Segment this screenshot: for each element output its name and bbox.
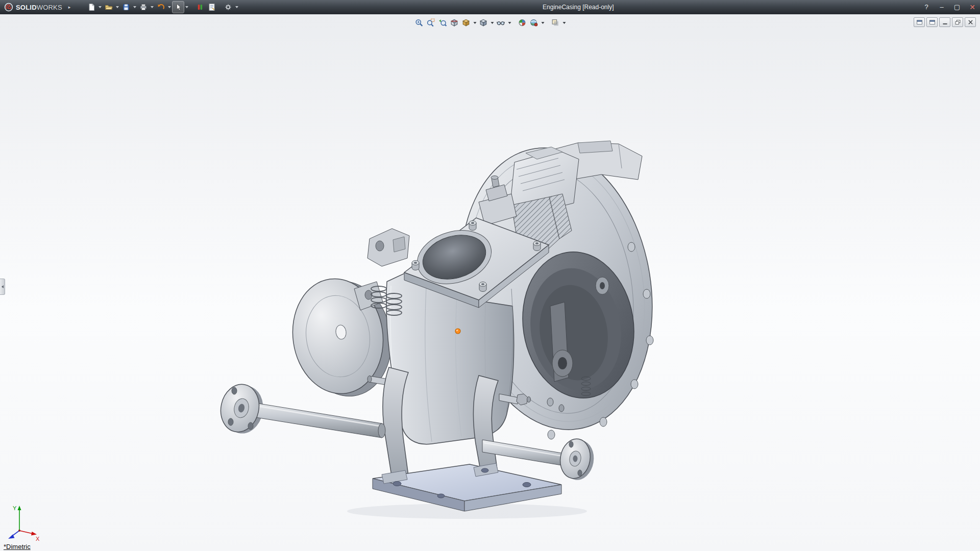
collapse-pane-arrow-icon: [2, 285, 4, 288]
rebuild-icon: [196, 3, 204, 11]
solidworks-window: SOLIDWORKS ▸: [0, 0, 980, 551]
apply-scene-button[interactable]: [529, 17, 540, 28]
file-properties-icon: [208, 3, 216, 11]
magnifier-icon: [415, 18, 424, 27]
section-view-button[interactable]: [449, 17, 460, 28]
window-controls: ? – ▢ ✕: [922, 0, 977, 14]
close-window-button[interactable]: ✕: [968, 0, 977, 14]
hide-show-items-dropdown[interactable]: [507, 17, 512, 28]
floppy-disk-icon: [122, 3, 130, 11]
print-button[interactable]: [138, 2, 149, 13]
menu-expand-arrow-icon[interactable]: ▸: [68, 5, 71, 10]
view-settings-button[interactable]: [550, 17, 561, 28]
close-document-button[interactable]: [965, 17, 976, 27]
solidworks-logo: SOLIDWORKS ▸: [0, 3, 70, 12]
minimize-window-button[interactable]: –: [937, 0, 946, 14]
window-pane-2-button[interactable]: [926, 17, 938, 27]
help-button[interactable]: ?: [922, 0, 931, 14]
orientation-cube-icon: [462, 18, 471, 27]
window-icon: [929, 19, 936, 26]
selection-point[interactable]: [455, 329, 460, 334]
save-button[interactable]: [120, 2, 132, 13]
rebuild-button[interactable]: [194, 2, 206, 13]
minimize-document-button[interactable]: [939, 17, 950, 27]
restore-document-button[interactable]: [952, 17, 963, 27]
minimize-icon: [942, 19, 948, 26]
eyeglasses-icon: [497, 18, 505, 27]
scene-globe-icon: [530, 18, 538, 27]
document-title: EngineCasing [Read-only]: [543, 0, 614, 14]
open-document-button[interactable]: [103, 2, 114, 13]
main-toolbar: [86, 2, 239, 13]
cursor-arrow-icon: [174, 3, 182, 11]
orientation-triad: Y X: [1, 502, 42, 544]
select-dropdown[interactable]: [184, 2, 189, 13]
open-folder-icon: [105, 3, 113, 11]
zoom-to-area-button[interactable]: [426, 17, 436, 28]
display-style-dropdown[interactable]: [490, 17, 495, 28]
app-name: SOLIDWORKS: [16, 4, 62, 11]
zoom-to-fit-button[interactable]: [414, 17, 425, 28]
title-bar: SOLIDWORKS ▸: [0, 0, 980, 14]
triad-y-label: Y: [13, 505, 17, 511]
view-orientation-label: *Dimetric: [4, 543, 31, 550]
options-gear-icon: [224, 3, 232, 11]
view-orientation-button[interactable]: [461, 17, 472, 28]
triad-x-label: X: [36, 536, 40, 542]
previous-view-button[interactable]: [437, 17, 448, 28]
save-dropdown[interactable]: [132, 2, 137, 13]
undo-button[interactable]: [155, 2, 166, 13]
display-style-button[interactable]: [478, 17, 489, 28]
options-button[interactable]: [223, 2, 234, 13]
view-orientation-dropdown[interactable]: [473, 17, 477, 28]
file-properties-button[interactable]: [206, 2, 217, 13]
graphics-area[interactable]: Y X *Dimetric: [0, 14, 980, 551]
section-cube-icon: [450, 18, 459, 27]
restore-icon: [954, 19, 961, 26]
undo-arrow-icon: [157, 3, 165, 11]
hide-show-items-button[interactable]: [496, 17, 506, 28]
new-document-button[interactable]: [86, 2, 97, 13]
window-icon: [916, 19, 923, 26]
document-window-controls: [914, 17, 976, 27]
open-document-dropdown[interactable]: [115, 2, 120, 13]
print-dropdown[interactable]: [150, 2, 155, 13]
printer-icon: [139, 3, 148, 11]
shadow-box-icon: [551, 18, 560, 27]
select-button[interactable]: [173, 2, 184, 13]
collapsed-pane-tab[interactable]: [0, 279, 5, 295]
engine-casing-model[interactable]: [0, 14, 980, 551]
options-dropdown[interactable]: [234, 2, 239, 13]
edit-appearance-button[interactable]: [517, 17, 528, 28]
apply-scene-dropdown[interactable]: [541, 17, 545, 28]
appearance-sphere-icon: [518, 18, 527, 27]
view-settings-dropdown[interactable]: [562, 17, 567, 28]
new-document-dropdown[interactable]: [97, 2, 103, 13]
new-file-icon: [87, 3, 95, 11]
dassault-systemes-logo-icon: [4, 3, 13, 12]
undo-dropdown[interactable]: [167, 2, 172, 13]
maximize-window-button[interactable]: ▢: [952, 0, 962, 14]
heads-up-view-toolbar: [414, 17, 567, 28]
magnifier-back-icon: [438, 18, 447, 27]
shaded-cube-icon: [479, 18, 488, 27]
magnifier-area-icon: [427, 18, 435, 27]
window-pane-1-button[interactable]: [914, 17, 925, 27]
close-icon: [967, 19, 974, 26]
